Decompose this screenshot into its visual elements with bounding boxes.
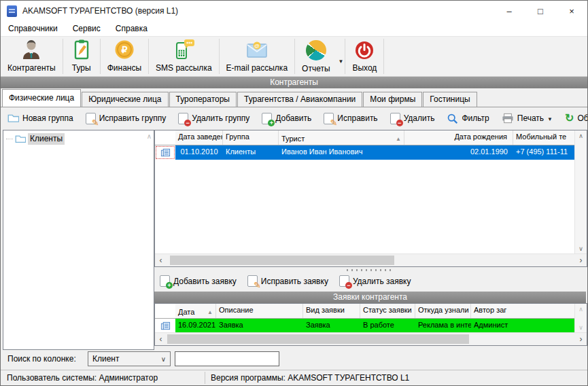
col-author[interactable]: Автор заг	[471, 304, 587, 318]
scroll-left-icon[interactable]: ‹	[155, 256, 167, 265]
header-icon-cell	[155, 304, 175, 318]
edit-page-icon: ✎	[247, 275, 258, 287]
tab-fizicheskie-lica[interactable]: Физические лица	[2, 89, 81, 107]
contractors-label: Контрагенты	[7, 63, 56, 73]
menu-spravochniki[interactable]: Справочники	[1, 21, 65, 36]
scroll-right-icon[interactable]: ›	[575, 256, 587, 265]
requests-vscrollbar[interactable]: ∧ ∨	[574, 304, 587, 333]
close-button[interactable]: ×	[556, 1, 587, 21]
scroll-up-icon[interactable]: ∧	[578, 304, 583, 315]
search-column-label: Поиск по колонке:	[7, 354, 76, 364]
col-source[interactable]: Откуда узнали	[415, 304, 471, 318]
col-request-type[interactable]: Вид заявки	[303, 304, 360, 318]
add-request-label: Добавить заявку	[173, 277, 237, 286]
print-dropdown-icon: ▼	[547, 116, 553, 122]
contacts-hscrollbar[interactable]: ‹ ›	[155, 253, 587, 266]
finances-button[interactable]: ₽ Финансы	[101, 37, 148, 76]
delete-group-button[interactable]: − Удалить группу	[173, 110, 255, 126]
menu-servis[interactable]: Сервис	[65, 21, 108, 36]
col-tourist[interactable]: Турист ▲	[279, 130, 404, 145]
tab-turagentstva[interactable]: Турагентства / Авиакомпании	[237, 92, 362, 107]
search-input[interactable]	[175, 351, 279, 366]
contact-row[interactable]: 01.10.2010 Клиенты Иванов Иван Иванович …	[155, 145, 587, 160]
splitter-grip	[347, 269, 394, 271]
requests-grid-header: Дата ▲ Описание Вид заявки Статус заявки…	[155, 304, 587, 319]
delete-record-button[interactable]: − Удалить	[385, 110, 440, 126]
scroll-right-icon[interactable]: ›	[575, 334, 587, 344]
edit-page-icon: ✎	[86, 113, 96, 124]
folder-icon	[7, 113, 19, 123]
chevron-down-icon: ∨	[161, 355, 170, 363]
app-window: AKAMSOFT ТУРАГЕНТСТВО (версия L1) – □ × …	[0, 0, 588, 386]
contacts-grid: Дата заведения Группа Турист ▲ Дата рожд…	[154, 130, 587, 267]
edit-record-button[interactable]: ✎ Исправить	[318, 110, 383, 126]
requests-caption: Заявки контрагента	[154, 292, 586, 303]
status-version: Версия программы: AKAMSOFT ТУРАГЕНТСТВО …	[211, 373, 409, 383]
edit-group-button[interactable]: ✎ Исправить группу	[80, 110, 172, 126]
edit-request-button[interactable]: ✎ Исправить заявку	[242, 273, 334, 290]
tree-item-clients[interactable]: Клиенты	[6, 133, 154, 145]
add-page-icon: +	[262, 113, 272, 124]
scroll-up-icon[interactable]: ∧	[578, 130, 583, 141]
record-doc-icon	[160, 147, 171, 158]
tree-scroll-up-icon[interactable]: ∧	[147, 133, 152, 140]
folder-icon	[15, 135, 26, 143]
maximize-button[interactable]: □	[525, 1, 556, 21]
record-icon-cell	[155, 319, 175, 333]
sms-button[interactable]: SMS рассылка	[149, 37, 219, 76]
new-group-label: Новая группа	[22, 113, 73, 123]
add-request-button[interactable]: + Добавить заявку	[154, 273, 242, 290]
refresh-label: Обновить	[577, 113, 588, 123]
reports-button[interactable]: Отчеты	[295, 36, 336, 77]
status-divider	[205, 372, 205, 384]
tours-button[interactable]: Туры	[63, 37, 100, 76]
exit-button[interactable]: Выход	[345, 37, 383, 76]
contacts-vscrollbar[interactable]: ∧ ∨	[574, 130, 587, 254]
clipboard-icon	[70, 38, 93, 61]
add-record-button[interactable]: + Добавить	[256, 110, 317, 126]
groups-tree-panel: Клиенты ∧	[3, 130, 154, 350]
tab-gostinicy[interactable]: Гостиницы	[423, 92, 477, 107]
tab-turoperatory[interactable]: Туроператоры	[169, 92, 237, 107]
col-req-date[interactable]: Дата ▲	[175, 304, 216, 318]
group-toolbar: Новая группа ✎ Исправить группу − Удалит…	[2, 108, 586, 128]
hscroll-thumb[interactable]	[167, 334, 469, 344]
email-button[interactable]: @ E-mail рассылка	[220, 37, 295, 76]
minimize-button[interactable]: –	[494, 1, 525, 21]
col-birthdate[interactable]: Дата рождения	[404, 130, 513, 145]
record-icon-cell[interactable]	[155, 145, 175, 160]
hscroll-thumb[interactable]	[170, 256, 394, 265]
reports-dropdown-icon[interactable]: ▼	[339, 58, 344, 65]
delete-request-button[interactable]: − Удалить заявку	[334, 273, 417, 290]
scroll-left-icon[interactable]: ‹	[155, 334, 167, 344]
add-record-label: Добавить	[275, 113, 311, 123]
tree-item-label: Клиенты	[28, 133, 65, 145]
tree-connector	[6, 139, 13, 139]
col-request-status[interactable]: Статус заявки	[360, 304, 415, 318]
cell-description: Заявка	[216, 319, 303, 333]
scroll-down-icon[interactable]: ∨	[578, 322, 583, 333]
exit-label: Выход	[352, 63, 377, 73]
requests-grid: Дата ▲ Описание Вид заявки Статус заявки…	[154, 303, 587, 346]
print-label: Печать	[517, 113, 544, 123]
requests-hscrollbar[interactable]: ‹ ›	[155, 332, 587, 345]
tab-moi-firmy[interactable]: Мои фирмы	[363, 92, 422, 107]
delete-page-icon: −	[390, 113, 400, 124]
print-button[interactable]: Печать ▼	[496, 110, 558, 126]
request-row[interactable]: 16.09.2021 Заявка Заявка В работе Реклам…	[155, 319, 587, 333]
refresh-button[interactable]: ↻ Обновить	[559, 110, 588, 126]
col-description[interactable]: Описание	[216, 304, 303, 318]
contractors-button[interactable]: Контрагенты	[1, 37, 63, 76]
envelope-icon: @	[244, 38, 270, 61]
search-column-select[interactable]: Клиент ∨	[88, 351, 171, 366]
filter-button[interactable]: Фильтр	[441, 110, 494, 126]
tab-yuridicheskie-lica[interactable]: Юридические лица	[82, 92, 168, 107]
cell-author: Админист	[471, 319, 587, 333]
edit-page-icon: ✎	[324, 113, 334, 124]
col-date-created[interactable]: Дата заведения	[175, 130, 223, 145]
col-tourist-label: Турист	[281, 135, 305, 143]
col-group[interactable]: Группа	[223, 130, 279, 145]
new-group-button[interactable]: Новая группа	[2, 110, 79, 126]
menu-spravka[interactable]: Справка	[108, 21, 155, 36]
scroll-down-icon[interactable]: ∨	[578, 243, 583, 254]
